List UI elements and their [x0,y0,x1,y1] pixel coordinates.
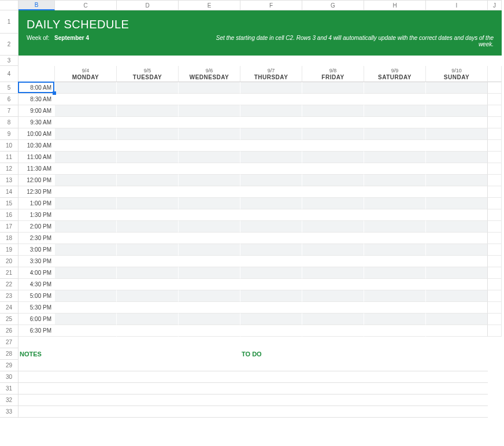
row-header-1[interactable]: 1 [0,10,18,34]
row-header-4[interactable]: 4 [0,66,18,82]
row-header-3[interactable]: 3 [0,56,18,66]
column-header-H[interactable]: H [364,0,426,10]
schedule-cell[interactable] [117,186,179,198]
time-label-22[interactable]: 4:30 PM [18,279,55,290]
edge-cell[interactable] [488,140,502,152]
row-header-5[interactable]: 5 [0,82,18,94]
schedule-cell[interactable] [117,94,179,105]
schedule-cell[interactable] [426,128,488,140]
schedule-cell[interactable] [364,314,426,325]
edge-cell[interactable] [488,117,502,128]
time-label-8[interactable]: 9:30 AM [18,117,55,128]
schedule-cell[interactable] [179,302,240,314]
row-header-32[interactable]: 32 [0,395,18,406]
edge-cell[interactable] [488,244,502,256]
schedule-cell[interactable] [426,233,488,244]
schedule-cell[interactable] [364,175,426,186]
edge-cell[interactable] [488,209,502,221]
schedule-cell[interactable] [117,314,179,325]
row-header-31[interactable]: 31 [0,383,18,395]
blank-row[interactable] [18,56,502,66]
schedule-cell[interactable] [426,94,488,105]
schedule-cell[interactable] [117,198,179,209]
banner-title-row[interactable]: DAILY SCHEDULE [18,10,502,34]
day-header-edge[interactable] [488,66,502,82]
schedule-cell[interactable] [117,244,179,256]
schedule-cell[interactable] [364,233,426,244]
schedule-cell[interactable] [179,279,240,290]
edge-cell[interactable] [488,105,502,117]
schedule-cell[interactable] [426,290,488,302]
edge-cell[interactable] [488,360,502,371]
schedule-cell[interactable] [240,290,302,302]
schedule-cell[interactable] [117,209,179,221]
column-header-I[interactable]: I [426,0,488,10]
todo-header[interactable]: TO DO [240,348,502,360]
schedule-cell[interactable] [302,290,364,302]
schedule-cell[interactable] [179,198,240,209]
schedule-cell[interactable] [240,256,302,267]
edge-cell[interactable] [488,302,502,314]
row-header-29[interactable]: 29 [0,360,18,371]
schedule-cell[interactable] [55,290,117,302]
edge-cell[interactable] [488,128,502,140]
schedule-cell[interactable] [364,128,426,140]
edge-cell[interactable] [488,383,502,395]
schedule-cell[interactable] [302,198,364,209]
time-label-9[interactable]: 10:00 AM [18,128,55,140]
schedule-cell[interactable] [364,221,426,233]
row-header-18[interactable]: 18 [0,233,18,244]
schedule-cell[interactable] [302,325,364,337]
schedule-cell[interactable] [117,267,179,279]
schedule-cell[interactable] [364,152,426,163]
time-label-19[interactable]: 3:00 PM [18,244,55,256]
row-header-7[interactable]: 7 [0,105,18,117]
schedule-cell[interactable] [55,175,117,186]
schedule-cell[interactable] [240,209,302,221]
edge-cell[interactable] [488,186,502,198]
time-label-14[interactable]: 12:30 PM [18,186,55,198]
schedule-cell[interactable] [55,152,117,163]
time-label-10[interactable]: 10:30 AM [18,140,55,152]
edge-cell[interactable] [488,395,502,406]
schedule-cell[interactable] [179,221,240,233]
schedule-cell[interactable] [179,128,240,140]
schedule-cell[interactable] [302,279,364,290]
schedule-cell[interactable] [426,117,488,128]
schedule-cell[interactable] [117,163,179,175]
schedule-cell[interactable] [240,302,302,314]
day-header-saturday[interactable]: 9/9SATURDAY [364,66,426,82]
schedule-cell[interactable] [302,302,364,314]
notes-line[interactable] [18,360,240,371]
schedule-cell[interactable] [364,325,426,337]
schedule-cell[interactable] [179,94,240,105]
time-label-16[interactable]: 1:30 PM [18,209,55,221]
schedule-cell[interactable] [179,140,240,152]
schedule-cell[interactable] [55,233,117,244]
row-header-10[interactable]: 10 [0,140,18,152]
schedule-cell[interactable] [302,163,364,175]
schedule-cell[interactable] [426,105,488,117]
schedule-cell[interactable] [240,314,302,325]
row-header-25[interactable]: 25 [0,314,18,325]
row-header-17[interactable]: 17 [0,221,18,233]
schedule-cell[interactable] [55,302,117,314]
schedule-cell[interactable] [426,163,488,175]
time-label-18[interactable]: 2:30 PM [18,233,55,244]
schedule-cell[interactable] [364,279,426,290]
schedule-cell[interactable] [55,105,117,117]
schedule-cell[interactable] [179,163,240,175]
row-header-13[interactable]: 13 [0,175,18,186]
edge-cell[interactable] [488,221,502,233]
schedule-cell[interactable] [364,163,426,175]
schedule-cell[interactable] [364,82,426,94]
edge-cell[interactable] [488,233,502,244]
edge-cell[interactable] [488,290,502,302]
schedule-cell[interactable] [117,256,179,267]
schedule-cell[interactable] [55,186,117,198]
select-all-corner[interactable] [0,0,18,10]
row-header-33[interactable]: 33 [0,406,18,418]
schedule-cell[interactable] [426,175,488,186]
row-header-24[interactable]: 24 [0,302,18,314]
time-label-24[interactable]: 5:30 PM [18,302,55,314]
